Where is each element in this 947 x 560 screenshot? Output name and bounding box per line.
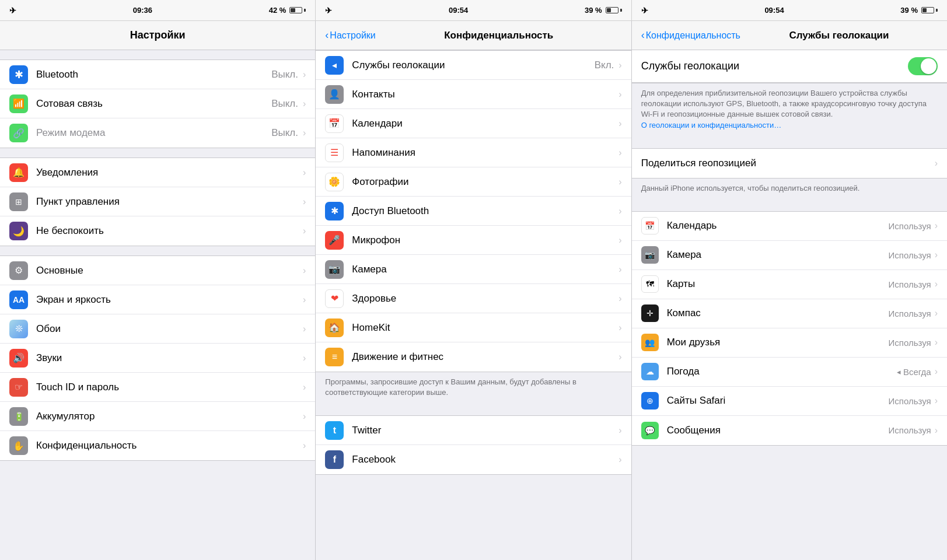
row-bluetooth[interactable]: ✱ Bluetooth Выкл. › [0,60,315,89]
share-location-label: Поделиться геопозицией [641,158,935,169]
row-reminders[interactable]: ☰ Напоминания › [316,138,631,167]
row-control-center[interactable]: ⊞ Пункт управления › [0,187,315,216]
row-cellular[interactable]: 📶 Сотовая связь Выкл. › [0,89,315,118]
row-wallpaper[interactable]: ❊ Обои › [0,314,315,344]
panel3-content: Службы геолокации Для определения прибли… [632,50,947,560]
row-touchid[interactable]: ☞ Touch ID и пароль › [0,373,315,402]
panels: Настройки ✱ Bluetooth Выкл. › 📶 Сотовая [0,21,947,560]
share-location-row[interactable]: Поделиться геопозицией › [632,149,947,178]
compass-app-value: Используя [889,309,931,318]
photos-label: Фотографии [352,176,618,188]
row-motion[interactable]: ≡ Движение и фитнес › [316,342,631,372]
health-label: Здоровье [352,293,618,304]
panel3-back-label[interactable]: Конфиденциальность [646,30,740,41]
privacy-icon: ✋ [9,436,28,455]
panel2-title: Конфиденциальность [444,30,553,41]
maps-app-value: Используя [889,279,931,289]
camera-app-label: Камера [667,249,889,261]
general-icon: ⚙ [9,261,28,280]
calendars-icon: 📅 [325,114,344,133]
row-homekit[interactable]: 🏠 HomeKit › [316,313,631,342]
geo-toggle-label: Службы геолокации [641,60,903,72]
facebook-icon: f [325,450,344,469]
messages-app-icon: 💬 [641,422,659,439]
status-bar-3: ✈ 09:54 39 % [632,0,947,20]
hotspot-icon: 🔗 [9,124,28,142]
row-microphone[interactable]: 🎤 Микрофон › [316,226,631,255]
row-maps-app[interactable]: 🗺 Карты Используя › [632,270,947,299]
photos-icon: 🌼 [325,173,344,191]
panel2-back[interactable]: ‹ Настройки [325,29,375,41]
chevron-icon: › [303,69,306,80]
location-label: Службы геолокации [352,60,594,71]
friends-app-icon: 👥 [641,334,659,351]
wallpaper-label: Обои [36,323,303,335]
row-sounds[interactable]: 🔊 Звуки › [0,344,315,373]
safari-app-icon: ⊕ [641,392,659,410]
row-contacts[interactable]: 👤 Контакты › [316,80,631,109]
camera-label: Камера [352,264,618,275]
panel3-title: Службы геолокации [789,30,889,41]
row-facebook[interactable]: f Facebook › [316,445,631,474]
row-privacy[interactable]: ✋ Конфиденциальность › [0,431,315,460]
row-safari-app[interactable]: ⊕ Сайты Safari Используя › [632,387,947,416]
row-notifications[interactable]: 🔔 Уведомления › [0,158,315,187]
messages-app-value: Используя [889,425,931,435]
safari-app-value: Используя [889,396,931,406]
geo-desc-link[interactable]: О геолокации и конфиденциальности… [641,121,782,130]
panel3-back[interactable]: ‹ Конфиденциальность [641,29,740,41]
dnd-icon: 🌙 [9,222,28,240]
contacts-label: Контакты [352,89,618,100]
row-health[interactable]: ❤ Здоровье › [316,284,631,313]
battery-settings-icon: 🔋 [9,407,28,426]
row-battery[interactable]: 🔋 Аккумулятор › [0,402,315,431]
contacts-icon: 👤 [325,85,344,104]
row-compass-app[interactable]: ✛ Компас Используя › [632,299,947,328]
cellular-label: Сотовая связь [36,98,271,110]
panel1-header: Настройки [0,21,315,50]
row-camera[interactable]: 📷 Камера › [316,255,631,284]
facebook-label: Facebook [352,454,618,466]
row-dnd[interactable]: 🌙 Не беспокоить › [0,216,315,246]
wallpaper-icon: ❊ [9,320,28,338]
status-left-2: ✈ [325,6,332,15]
hotspot-label: Режим модема [36,127,271,139]
time-2: 09:54 [449,6,468,15]
row-hotspot[interactable]: 🔗 Режим модема Выкл. › [0,118,315,148]
panel2-content: ◂ Службы геолокации Вкл. › 👤 Контакты › … [316,50,631,560]
mic-label: Микрофон [352,235,618,246]
safari-app-label: Сайты Safari [667,395,889,407]
row-calendars[interactable]: 📅 Календари › [316,109,631,138]
row-weather-app[interactable]: ☁ Погода ◂ Всегда › [632,358,947,387]
general-label: Основные [36,265,303,276]
row-messages-app[interactable]: 💬 Сообщения Используя › [632,416,947,445]
location-icon: ◂ [325,56,344,75]
group-social: t Twitter › f Facebook › [316,415,631,475]
row-calendar-app[interactable]: 📅 Календарь Используя › [632,212,947,241]
twitter-icon: t [325,421,344,440]
row-photos[interactable]: 🌼 Фотографии › [316,167,631,197]
group-connectivity: ✱ Bluetooth Выкл. › 📶 Сотовая связь Выкл… [0,60,315,148]
display-icon: AA [9,290,28,309]
row-general[interactable]: ⚙ Основные › [0,256,315,285]
panel1-title: Настройки [9,29,306,41]
geo-toggle[interactable] [908,57,938,75]
row-location-services[interactable]: ◂ Службы геолокации Вкл. › [316,51,631,80]
calendar-app-value: Используя [889,221,931,231]
status-bar-2: ✈ 09:54 39 % [316,0,631,20]
app-location-group: 📅 Календарь Используя › 📷 Камера Исполь [632,211,947,446]
row-friends-app[interactable]: 👥 Мои друзья Используя › [632,328,947,358]
row-bluetooth-access[interactable]: ✱ Доступ Bluetooth › [316,197,631,226]
battery-percent-2: 39 % [585,6,602,15]
touchid-label: Touch ID и пароль [36,382,303,393]
row-twitter[interactable]: t Twitter › [316,416,631,445]
share-location-desc-text: Данный iPhone используется, чтобы подели… [641,184,860,192]
share-location-group: Поделиться геопозицией › [632,148,947,178]
battery-icon-3 [921,7,938,13]
panel2-header: ‹ Настройки Конфиденциальность [316,21,631,50]
notifications-label: Уведомления [36,167,303,178]
row-camera-app[interactable]: 📷 Камера Используя › [632,241,947,270]
row-display[interactable]: AA Экран и яркость › [0,285,315,314]
panel2-back-label[interactable]: Настройки [330,30,375,41]
geo-desc-text: Для определения приблизительной геопозиц… [641,89,927,118]
